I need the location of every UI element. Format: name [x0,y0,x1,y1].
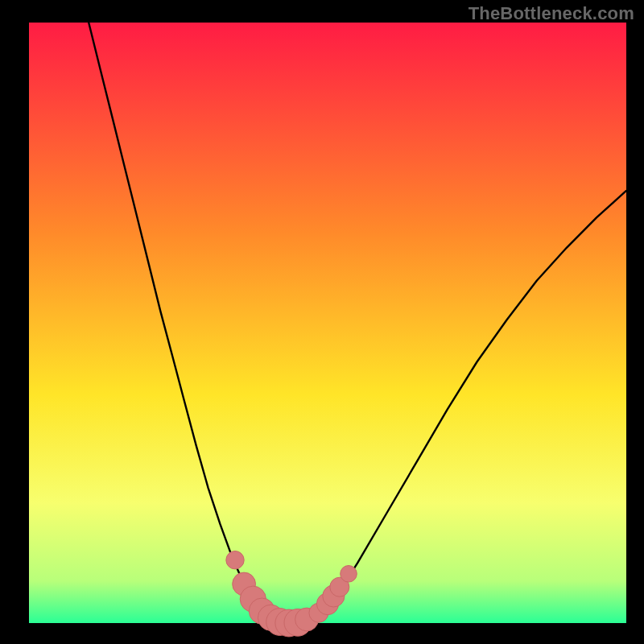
bottleneck-chart [0,0,644,644]
curve-marker [341,566,357,583]
curve-marker [226,551,244,569]
watermark-text: TheBottleneck.com [469,3,634,24]
chart-stage: TheBottleneck.com [0,0,644,644]
plot-background [29,23,626,623]
